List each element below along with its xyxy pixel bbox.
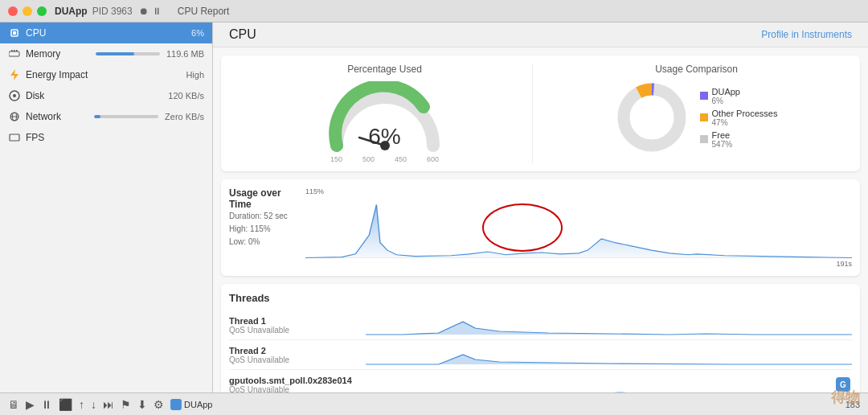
legend-label-free: Free (712, 130, 733, 140)
thread-gpu1-chart (366, 373, 826, 392)
stop-icon[interactable]: ⬛ (59, 398, 72, 411)
gauge-label-500: 500 (362, 155, 375, 163)
gauge-label-600: 600 (427, 155, 439, 163)
sidebar-cpu-value: 6% (191, 28, 204, 38)
svg-rect-12 (10, 134, 19, 141)
energy-icon (8, 68, 21, 81)
app-indicator: DUApp (170, 399, 212, 410)
memory-progress-bar (96, 52, 160, 55)
legend-color-duapp (700, 92, 708, 100)
gauge-label-450: 450 (395, 155, 407, 163)
threads-title: Threads (229, 292, 852, 304)
profile-instruments-button[interactable]: Profile in Instruments (761, 29, 852, 40)
percentage-used-label: Percentage Used (347, 64, 422, 75)
legend-item-other: Other Processes 47% (700, 109, 778, 127)
close-button[interactable] (8, 6, 18, 16)
disk-icon (8, 89, 21, 102)
sidebar-energy-value: High (186, 70, 204, 80)
gauge-chart: 6% (321, 81, 449, 154)
threads-section: Threads Thread 1 QoS Unavailable Thread … (221, 284, 860, 392)
thread-2-info: Thread 2 QoS Unavailable (229, 346, 358, 364)
legend-pct-free: 547% (712, 140, 733, 149)
minimize-button[interactable] (23, 6, 32, 16)
sidebar-fps-label: FPS (26, 132, 204, 143)
sidebar-disk-label: Disk (26, 90, 168, 101)
memory-bar-fill (96, 52, 134, 55)
sidebar-cpu-label: CPU (26, 27, 191, 39)
title-bar-icons: ⏺ ⏸ (139, 6, 162, 17)
legend-pct-other: 47% (712, 118, 778, 127)
sidebar-item-fps[interactable]: FPS (0, 127, 212, 148)
usage-meta: Duration: 52 sec High: 115% Low: 0% (229, 210, 293, 249)
svg-rect-1 (13, 31, 16, 35)
legend: DUApp 6% Other Processes 47% (700, 87, 778, 149)
usage-title: Usage overTime (229, 187, 293, 210)
sidebar-disk-value: 120 KB/s (168, 91, 204, 101)
thread-2-qos: QoS Unavailable (229, 355, 358, 364)
network-progress-bar (94, 115, 158, 118)
title-bar: DUApp PID 3963 ⏺ ⏸ CPU Report (0, 0, 868, 23)
fps-icon (8, 131, 21, 144)
content-header: CPU Profile in Instruments (213, 23, 868, 47)
sidebar-item-memory[interactable]: Memory 119.6 MB (0, 43, 212, 64)
thread-2-name: Thread 2 (229, 346, 358, 355)
maximize-button[interactable] (37, 6, 47, 16)
pause-icon-bottom[interactable]: ⏸ (41, 398, 52, 411)
thread-2-svg (366, 343, 852, 366)
sidebar-network-value: Zero KB/s (165, 112, 204, 121)
watermark: 得物 (831, 388, 860, 407)
donut-chart-container: DUApp 6% Other Processes 47% (616, 81, 778, 154)
thread-row-gpu1: gputools.smt_poll.0x283e014 QoS Unavaila… (229, 370, 852, 392)
legend-label-duapp: DUApp (712, 87, 740, 97)
thread-gpu1-svg (366, 373, 826, 392)
down-icon[interactable]: ⬇ (137, 398, 147, 411)
legend-color-other (700, 113, 708, 121)
sidebar-item-energy[interactable]: Energy Impact High (0, 64, 212, 85)
svg-rect-2 (9, 51, 19, 56)
thread-1-svg (366, 314, 852, 336)
arrow-icon[interactable]: ↓ (91, 398, 96, 411)
svg-rect-3 (11, 50, 13, 51)
legend-color-free (700, 135, 708, 143)
monitor-icon[interactable]: 🖥 (8, 398, 19, 411)
svg-point-15 (624, 89, 680, 146)
usage-over-time-header: Usage overTime Duration: 52 sec High: 11… (229, 187, 852, 268)
usage-comparison-label: Usage Comparison (655, 64, 738, 75)
flag-icon[interactable]: ⚑ (121, 398, 131, 411)
high-label: High: 115% (229, 224, 271, 233)
export-icon[interactable]: ↑ (79, 398, 84, 411)
sidebar-item-network[interactable]: Network Zero KB/s (0, 106, 212, 127)
thread-row-1: Thread 1 QoS Unavailable (229, 310, 852, 340)
pause-icon: ⏸ (152, 6, 162, 17)
sidebar-energy-label: Energy Impact (26, 69, 186, 80)
tab-label: CPU Report (178, 6, 230, 17)
usage-chart-svg (305, 197, 852, 265)
charts-row: Percentage Used 6% 150 (221, 55, 860, 171)
gauge-labels: 150 500 450 600 (321, 155, 449, 163)
settings-icon[interactable]: ⚙ (154, 398, 164, 411)
sidebar-item-disk[interactable]: Disk 120 KB/s (0, 85, 212, 106)
forward-icon[interactable]: ⏭ (103, 398, 114, 411)
legend-label-other: Other Processes (712, 109, 778, 118)
svg-point-8 (13, 94, 16, 97)
record-icon: ⏺ (139, 6, 149, 17)
network-bar-fill (94, 115, 100, 118)
legend-item-free: Free 547% (700, 130, 778, 149)
gauge-value: 6% (368, 124, 400, 150)
usage-over-time-section: Usage overTime Duration: 52 sec High: 11… (221, 179, 860, 276)
app-name: DUApp (55, 6, 88, 17)
thread-1-qos: QoS Unavailable (229, 326, 358, 335)
legend-item-duapp: DUApp 6% (700, 87, 778, 105)
sidebar-item-cpu[interactable]: CPU 6% (0, 23, 212, 43)
legend-pct-duapp: 6% (712, 97, 740, 105)
network-icon (8, 110, 21, 123)
thread-1-info: Thread 1 QoS Unavailable (229, 316, 358, 335)
thread-gpu1-name: gputools.smt_poll.0x283e014 (229, 376, 358, 385)
app-pid: PID 3963 (92, 6, 133, 17)
bottom-toolbar: 🖥 ▶ ⏸ ⬛ ↑ ↓ ⏭ ⚑ ⬇ ⚙ DUApp 183 (0, 392, 868, 415)
window-controls[interactable] (8, 6, 47, 16)
thread-row-2: Thread 2 QoS Unavailable (229, 340, 852, 370)
play-icon[interactable]: ▶ (26, 398, 35, 411)
percentage-used-section: Percentage Used 6% 150 (237, 64, 532, 163)
app-icon-small (170, 399, 182, 410)
